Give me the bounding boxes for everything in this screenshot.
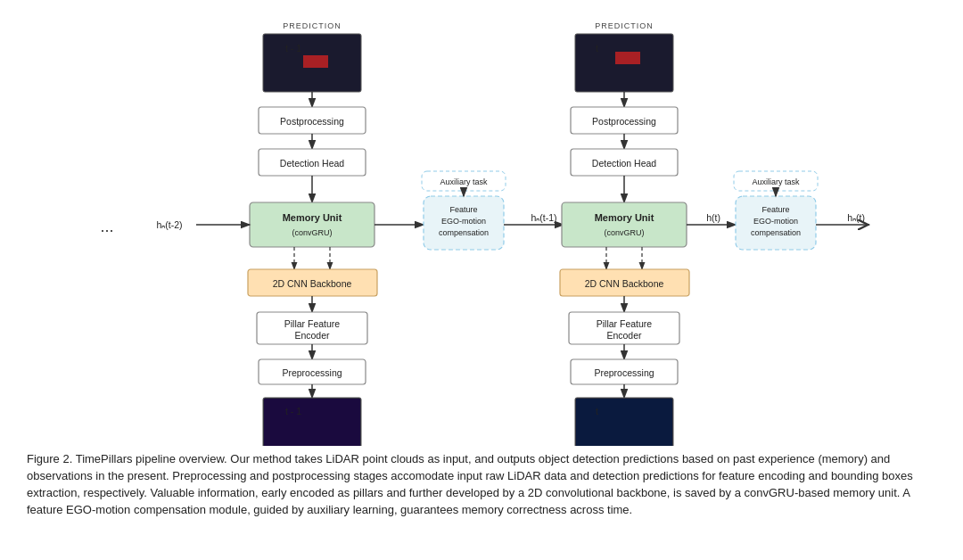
diagram-svg: PREDICTION t - 1 Postprocessing Detectio…: [18, 9, 945, 446]
h-t: h(t): [706, 212, 720, 223]
right-backbone-label: 2D CNN Backbone: [585, 278, 664, 289]
feature-ego-label3: compensation: [439, 228, 489, 237]
right-time-label: t: [596, 43, 598, 54]
right-memory-label: Memory Unit: [595, 212, 654, 223]
right-postprocessing-label: Postprocessing: [592, 116, 656, 127]
right-feature-ego-label1: Feature: [761, 205, 789, 214]
left-preprocessing-label: Preprocessing: [282, 367, 342, 378]
right-feature-ego-label3: compensation: [751, 228, 801, 237]
left-backbone-label: 2D CNN Backbone: [273, 278, 352, 289]
left-hc-t2: hₙ(t-2): [156, 219, 182, 230]
hc-t: hₙ(t): [847, 212, 865, 223]
hc-t1: hₙ(t-1): [531, 212, 556, 223]
left-memory-unit: [250, 202, 374, 247]
left-aux-label: Auxiliary task: [440, 177, 488, 186]
main-container: PREDICTION t - 1 Postprocessing Detectio…: [0, 0, 963, 560]
right-detection-head-label: Detection Head: [592, 158, 657, 169]
left-prediction-label: PREDICTION: [283, 21, 342, 30]
left-detection-head-label: Detection Head: [280, 158, 345, 169]
right-input-time: t: [596, 406, 598, 416]
left-memory-label: Memory Unit: [283, 212, 342, 223]
right-pillar-label2: Encoder: [606, 330, 642, 341]
right-memory-sub: (convGRU): [604, 228, 644, 237]
left-pillar-label2: Encoder: [294, 330, 330, 341]
right-preprocessing-label: Preprocessing: [594, 367, 654, 378]
left-pillar-label1: Pillar Feature: [284, 318, 341, 329]
right-feature-ego-label2: EGO-motion: [753, 217, 798, 226]
feature-ego-label2: EGO-motion: [441, 217, 486, 226]
left-memory-sub: (convGRU): [292, 228, 332, 237]
left-time-label: t - 1: [285, 43, 301, 54]
right-pred-bbox: [615, 52, 640, 64]
right-input-img-bg: [576, 399, 672, 446]
dots-left: ...: [100, 218, 113, 235]
diagram-area: PREDICTION t - 1 Postprocessing Detectio…: [18, 9, 945, 446]
left-input-img-bg: [264, 399, 360, 446]
right-aux-label: Auxiliary task: [752, 177, 800, 186]
right-prediction-label: PREDICTION: [595, 21, 654, 30]
right-pillar-label1: Pillar Feature: [597, 318, 653, 329]
feature-ego-label1: Feature: [449, 205, 477, 214]
caption: Figure 2. TimePillars pipeline overview.…: [18, 446, 945, 518]
left-postprocessing-label: Postprocessing: [280, 116, 344, 127]
right-memory-unit: [562, 202, 687, 247]
left-pred-bbox: [303, 55, 328, 68]
caption-text: Figure 2. TimePillars pipeline overview.…: [27, 452, 913, 516]
left-input-time: t - 1: [285, 406, 301, 416]
